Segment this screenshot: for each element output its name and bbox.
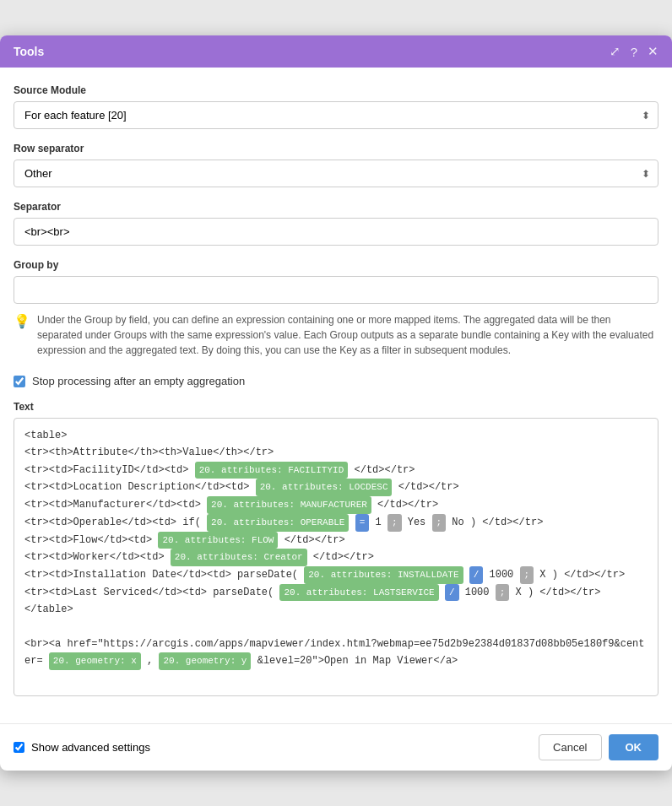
- show-advanced-label: Show advanced settings: [31, 741, 150, 754]
- info-text: Under the Group by field, you can define…: [37, 312, 658, 358]
- resize-icon[interactable]: ⤢: [610, 44, 621, 59]
- code-line-12: [24, 619, 648, 636]
- footer-right: Cancel OK: [539, 734, 658, 760]
- row-separator-label: Row separator: [14, 143, 658, 154]
- show-advanced-checkbox[interactable]: [14, 742, 24, 753]
- separator-group: Separator: [14, 201, 658, 246]
- code-line-7: <tr><td>Flow</td><td> 20. attributes: FL…: [24, 532, 648, 549]
- help-icon[interactable]: ?: [631, 45, 637, 59]
- code-line-4: <tr><td>Location Description</td><td> 20…: [24, 479, 648, 496]
- code-line-8: <tr><td>Worker</td><td> 20. attributes: …: [24, 549, 648, 566]
- group-by-input[interactable]: [14, 276, 658, 304]
- code-content: <table> <tr><th>Attribute</th><th>Value<…: [24, 427, 648, 670]
- modal-header: Tools ⤢ ? ✕: [0, 35, 672, 68]
- close-icon[interactable]: ✕: [648, 44, 658, 59]
- source-module-select[interactable]: For each feature [20]: [14, 101, 658, 129]
- source-module-label: Source Module: [14, 84, 658, 96]
- modal-body: Source Module For each feature [20] Row …: [0, 68, 672, 723]
- group-by-label: Group by: [14, 259, 658, 271]
- code-line-10: <tr><td>Last Serviced</td><td> parseDate…: [24, 584, 648, 602]
- text-section-label: Text: [14, 401, 658, 413]
- row-separator-group: Row separator Other: [14, 143, 658, 187]
- code-line-13: <br><a href="https://arcgis.com/apps/map…: [24, 636, 648, 670]
- footer-left: Show advanced settings: [14, 741, 150, 754]
- row-separator-select[interactable]: Other: [14, 160, 658, 187]
- code-line-2: <tr><th>Attribute</th><th>Value</th></tr…: [24, 444, 648, 461]
- row-separator-select-wrapper: Other: [14, 160, 658, 187]
- modal-container: Tools ⤢ ? ✕ Source Module For each featu…: [0, 35, 672, 771]
- modal-title: Tools: [14, 45, 44, 58]
- code-line-6: <tr><td>Operable</td><td> if( 20. attrib…: [24, 514, 648, 532]
- info-icon: 💡: [14, 313, 30, 358]
- ok-button[interactable]: OK: [609, 734, 659, 760]
- info-box: 💡 Under the Group by field, you can defi…: [14, 309, 658, 361]
- code-line-9: <tr><td>Installation Date</td><td> parse…: [24, 566, 648, 584]
- stop-processing-checkbox[interactable]: [14, 376, 25, 387]
- code-line-1: <table>: [24, 427, 648, 444]
- code-editor[interactable]: <table> <tr><th>Attribute</th><th>Value<…: [14, 418, 658, 696]
- header-actions: ⤢ ? ✕: [610, 44, 658, 59]
- text-section: Text <table> <tr><th>Attribute</th><th>V…: [14, 401, 658, 696]
- source-module-select-wrapper: For each feature [20]: [14, 101, 658, 129]
- source-module-group: Source Module For each feature [20]: [14, 84, 658, 129]
- group-by-group: Group by 💡 Under the Group by field, you…: [14, 259, 658, 361]
- cancel-button[interactable]: Cancel: [539, 734, 601, 760]
- separator-label: Separator: [14, 201, 658, 213]
- code-line-11: </table>: [24, 601, 648, 618]
- modal-footer: Show advanced settings Cancel OK: [0, 723, 672, 771]
- stop-processing-row: Stop processing after an empty aggregati…: [14, 375, 658, 387]
- separator-input[interactable]: [14, 218, 658, 246]
- code-line-3: <tr><td>FacilityID</td><td> 20. attribut…: [24, 462, 648, 479]
- code-line-5: <tr><td>Manufacturer</td><td> 20. attrib…: [24, 496, 648, 514]
- stop-processing-label: Stop processing after an empty aggregati…: [32, 375, 245, 387]
